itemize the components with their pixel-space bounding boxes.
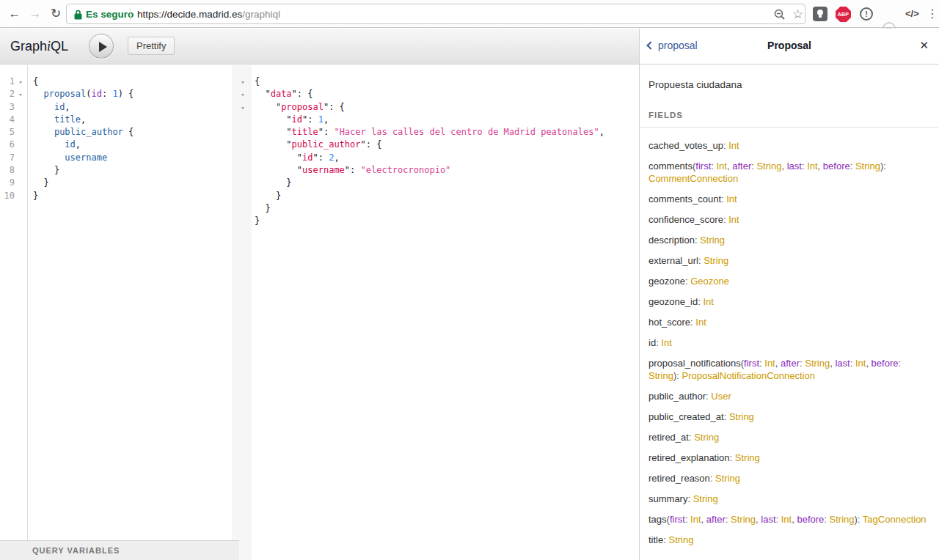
type-name[interactable]: TagConnection xyxy=(863,514,927,525)
type-name[interactable]: Int xyxy=(703,296,713,307)
browser-forward-button[interactable]: → xyxy=(26,5,44,23)
type-name[interactable]: CommentConnection xyxy=(648,173,738,184)
field-name[interactable]: comments xyxy=(648,161,693,172)
arg-name[interactable]: last xyxy=(761,514,775,525)
fold-icon[interactable]: ▾ xyxy=(234,89,252,101)
code-line: proposal(id: 1) { xyxy=(33,89,233,101)
field-name[interactable]: external_url xyxy=(648,255,698,266)
query-code[interactable]: { proposal(id: 1) { id, title, public_au… xyxy=(29,65,233,203)
type-name[interactable]: String xyxy=(668,534,693,545)
prettify-button[interactable]: Prettify xyxy=(128,37,175,55)
fold-spacer xyxy=(15,152,26,165)
arg-name[interactable]: last xyxy=(787,161,802,172)
field-name[interactable]: title xyxy=(648,534,663,545)
fold-spacer xyxy=(15,102,26,114)
field-name[interactable]: comments_count xyxy=(648,194,721,205)
type-name[interactable]: String xyxy=(735,452,760,463)
type-name[interactable]: String xyxy=(830,514,855,525)
browser-refresh-button[interactable]: ↻ xyxy=(47,5,65,23)
type-name[interactable]: Int xyxy=(728,214,739,225)
type-name[interactable]: String xyxy=(805,358,830,369)
type-name[interactable]: Int xyxy=(807,161,817,172)
field-name[interactable]: geozone xyxy=(648,276,685,287)
fold-icon[interactable]: ▾ xyxy=(15,89,26,101)
arg-name[interactable]: first xyxy=(695,161,711,172)
code-line: username xyxy=(33,152,233,165)
doc-field-item: public_created_at: String xyxy=(648,410,929,423)
url-path: /graphiql xyxy=(242,9,280,20)
query-variables-bar[interactable]: QUERY VARIABLES xyxy=(0,540,239,560)
browser-menu-icon[interactable]: ⋮ xyxy=(927,7,938,21)
type-name[interactable]: String xyxy=(756,161,781,172)
type-name[interactable]: String xyxy=(694,432,719,443)
field-name[interactable]: geozone_id xyxy=(648,296,698,307)
field-name[interactable]: description xyxy=(648,235,695,246)
type-name[interactable]: Int xyxy=(855,358,866,369)
execute-button[interactable] xyxy=(89,34,114,59)
field-name[interactable]: summary xyxy=(648,493,687,504)
field-name[interactable]: confidence_score xyxy=(648,214,723,225)
browser-back-button[interactable]: ← xyxy=(6,5,23,23)
type-name[interactable]: String xyxy=(729,411,754,422)
type-name[interactable]: ProposalNotificationConnection xyxy=(682,370,815,381)
type-name[interactable]: User xyxy=(711,391,731,402)
field-name[interactable]: retired_reason xyxy=(648,473,710,484)
arg-name[interactable]: before xyxy=(823,161,850,172)
secure-label[interactable]: Es seguro xyxy=(86,8,134,21)
address-bar[interactable]: Es seguro https://decide.madrid.es/graph… xyxy=(66,4,805,24)
field-name[interactable]: retired_at xyxy=(648,432,689,443)
arg-name[interactable]: last xyxy=(835,358,850,369)
bookmark-star-icon[interactable]: ☆ xyxy=(792,7,803,22)
arg-name[interactable]: after xyxy=(706,514,726,525)
type-name[interactable]: String xyxy=(704,255,728,266)
fold-icon[interactable]: ▾ xyxy=(234,102,252,114)
field-name[interactable]: public_author xyxy=(648,391,706,402)
url-text[interactable]: https://decide.madrid.es/graphiql xyxy=(137,8,280,21)
code-line: "proposal": { xyxy=(255,102,639,114)
arg-name[interactable]: before xyxy=(797,514,824,525)
doc-field-item: hot_score: Int xyxy=(648,316,929,328)
field-name[interactable]: public_created_at xyxy=(648,411,724,422)
type-name[interactable]: String xyxy=(693,493,718,504)
doc-field-item: geozone: Geozone xyxy=(648,275,929,287)
field-name[interactable]: hot_score xyxy=(648,317,690,328)
type-name[interactable]: String xyxy=(648,370,673,381)
zoom-out-icon[interactable] xyxy=(773,8,786,21)
arg-name[interactable]: after xyxy=(781,358,800,369)
field-name[interactable]: proposal_notifications xyxy=(648,358,741,369)
doc-field-item: external_url: String xyxy=(648,254,929,267)
alert-circle-extension-icon[interactable]: ! xyxy=(860,7,873,21)
arg-name[interactable]: first xyxy=(670,514,685,525)
doc-close-button[interactable]: ✕ xyxy=(919,39,929,52)
doc-field-item: retired_reason: String xyxy=(648,472,929,485)
code-line: public_author { xyxy=(33,127,233,139)
type-name[interactable]: Int xyxy=(764,358,775,369)
type-name[interactable]: Int xyxy=(717,161,727,172)
type-name[interactable]: String xyxy=(715,473,740,484)
type-name[interactable]: String xyxy=(731,514,756,525)
lightbulb-extension-icon[interactable] xyxy=(813,7,827,21)
type-name[interactable]: String xyxy=(855,161,880,172)
type-name[interactable]: Int xyxy=(728,140,739,151)
field-name[interactable]: retired_explanation xyxy=(648,452,730,463)
code-brackets-extension-icon[interactable]: </> xyxy=(905,7,919,21)
code-line: id, xyxy=(33,102,233,114)
fold-icon[interactable]: ▾ xyxy=(15,76,26,89)
type-name[interactable]: Int xyxy=(695,317,706,328)
type-name[interactable]: Int xyxy=(726,194,737,205)
type-name[interactable]: Int xyxy=(661,337,671,348)
field-name[interactable]: tags xyxy=(648,514,667,525)
type-name[interactable]: Geozone xyxy=(690,276,729,287)
query-editor[interactable]: 1▾2▾345678910 { proposal(id: 1) { id, ti… xyxy=(0,65,233,560)
field-name[interactable]: id xyxy=(648,337,656,348)
type-name[interactable]: Int xyxy=(781,514,792,525)
type-name[interactable]: String xyxy=(700,235,725,246)
type-name[interactable]: Int xyxy=(690,514,701,525)
arg-name[interactable]: before xyxy=(872,358,899,369)
adblock-extension-icon[interactable]: ABP xyxy=(836,7,851,22)
punctuation: , xyxy=(701,514,706,525)
fold-icon[interactable]: ▾ xyxy=(234,76,252,89)
field-name[interactable]: cached_votes_up xyxy=(648,140,723,151)
arg-name[interactable]: after xyxy=(732,161,751,172)
arg-name[interactable]: first xyxy=(744,358,759,369)
